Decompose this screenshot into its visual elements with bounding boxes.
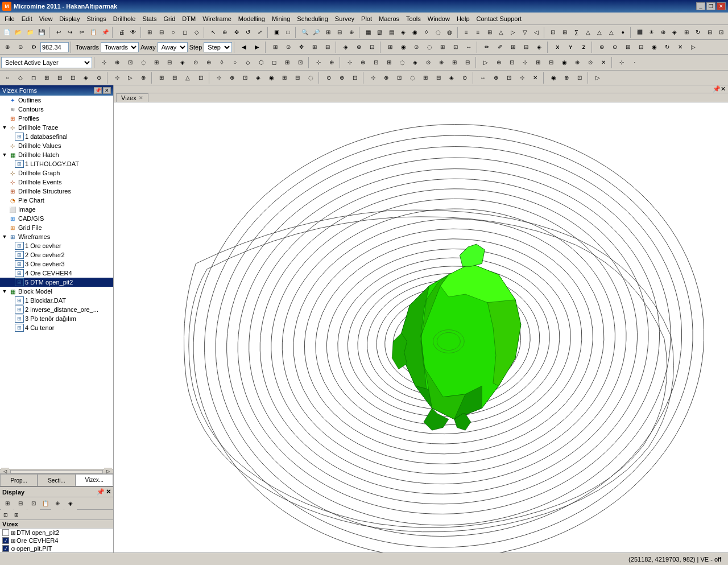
menu-edit[interactable]: Edit [18,14,36,23]
nav-misc-5[interactable]: ⊟ [321,41,334,53]
meas-8[interactable]: ▷ [687,41,700,53]
draw-18[interactable]: ⊕ [325,56,338,69]
draw-35[interactable]: ◉ [558,56,570,69]
r-tool-36[interactable]: ⊕ [490,72,502,84]
open-button[interactable]: 📂 [13,26,24,39]
tool-b[interactable]: ◈ [669,26,680,39]
r-tool-27[interactable]: ⊹ [367,72,379,84]
r-tool-26[interactable]: ⊡ [349,72,361,84]
draw-2[interactable]: ⊕ [111,56,123,69]
draw-39[interactable]: ⊹ [615,56,628,69]
pen-3[interactable]: ⊞ [507,41,519,53]
elevation-input[interactable]: 982.34 [40,42,69,52]
tree-item-db-final[interactable]: ⊞ 1 databasefinal [0,132,113,141]
new-button[interactable]: 📄 [1,26,13,39]
snap-1[interactable]: ◈ [340,41,352,53]
menu-modelling[interactable]: Modelling [235,14,268,23]
away-dropdown[interactable]: Away [158,42,188,52]
view3d-4[interactable]: ◈ [398,26,409,39]
draw-22[interactable]: ⊞ [383,56,395,69]
tree-item-drillhole-trace[interactable]: ▼ ⊹ Drillhole Trace [0,123,113,132]
disp-tb-1[interactable]: ⊞ [1,497,14,510]
draw-31[interactable]: ⊡ [506,56,518,69]
zoom-out[interactable]: 🔎 [311,26,322,39]
print-button[interactable]: 🖨 [116,26,127,39]
tree-item-image[interactable]: ⬜ Image [0,205,113,214]
r-tool-15[interactable]: ⊡ [195,72,207,84]
draw-32[interactable]: ⊹ [519,56,531,69]
checkbox-ore4[interactable] [2,537,9,544]
disp-tb-6[interactable]: ◈ [64,497,77,510]
misc-nav-2[interactable]: ◉ [397,41,410,53]
r-tool-6[interactable]: ⊡ [67,72,79,84]
zoom-in[interactable]: 🔍 [299,26,311,39]
draw-15[interactable]: ⊞ [281,56,293,69]
tree-item-drillhole-events[interactable]: ⊹ Drillhole Events [0,178,113,187]
axis-3[interactable]: Z [577,41,590,53]
menu-view[interactable]: View [36,14,56,23]
draw-28[interactable]: ⊟ [461,56,474,69]
draw-40[interactable]: · [628,56,641,69]
select-btn[interactable]: ▣ [271,26,282,39]
misc-3[interactable]: ⊞ [484,26,495,39]
tree-item-block-model[interactable]: ▼ ▦ Block Model [0,287,113,296]
tool7[interactable]: ⊕ [220,26,231,39]
prev-btn[interactable]: ◀ [238,41,250,53]
cut-button[interactable]: ✂ [76,26,88,39]
draw-19[interactable]: ⊹ [344,56,356,69]
r-tool-31[interactable]: ⊞ [419,72,432,84]
close-button[interactable]: ✕ [717,2,726,10]
menu-display[interactable]: Display [56,14,83,23]
r-tool-4[interactable]: ⊞ [40,72,53,84]
r-tool-5[interactable]: ⊟ [53,72,66,84]
tool3[interactable]: ○ [168,26,179,39]
misc-6[interactable]: ▽ [519,26,531,39]
light-btn[interactable]: ☀ [646,26,657,39]
draw-25[interactable]: ⊙ [422,56,435,69]
menu-mining[interactable]: Mining [268,14,293,23]
snap-3[interactable]: ⊡ [366,41,378,53]
misc-2[interactable]: ≡ [473,26,484,39]
menu-survey[interactable]: Survey [332,14,358,23]
menu-plot[interactable]: Plot [358,14,375,23]
zoom-fit[interactable]: ⊞ [322,26,334,39]
nav-misc-3[interactable]: ✥ [295,41,308,53]
menu-macros[interactable]: Macros [375,14,403,23]
meas-1[interactable]: ⊕ [595,41,608,53]
menu-contact-support[interactable]: Contact Support [473,14,526,23]
r-tool-14[interactable]: △ [181,72,194,84]
menu-dtm[interactable]: DTM [179,14,199,23]
r-tool-22[interactable]: ⊟ [291,72,304,84]
tree-item-ore1[interactable]: ⊞ 1 Ore cevher [0,241,113,250]
draw-36[interactable]: ⊕ [571,56,584,69]
view3d-2[interactable]: ▧ [374,26,386,39]
tool4[interactable]: ◻ [179,26,191,39]
pen-1[interactable]: ✏ [481,41,493,53]
tool-c[interactable]: ⊞ [681,26,692,39]
step-dropdown[interactable]: Step [204,42,232,52]
disp-tb2-2[interactable]: ⊞ [12,510,21,519]
r-tool-9[interactable]: ⊹ [111,72,123,84]
misc-5[interactable]: ▷ [507,26,519,39]
draw-38[interactable]: ✕ [597,56,610,69]
draw-12[interactable]: ◇ [242,56,254,69]
nav-btn-1[interactable]: ⊕ [1,41,14,53]
draw-34[interactable]: ⊟ [545,56,557,69]
draw-27[interactable]: ⊞ [448,56,461,69]
tool-f[interactable]: ⊡ [716,26,727,39]
axis-1[interactable]: X [551,41,564,53]
draw-37[interactable]: ⊙ [584,56,597,69]
r-tool-18[interactable]: ⊡ [239,72,251,84]
view3d-3[interactable]: ▤ [386,26,397,39]
draw-3[interactable]: ⊡ [124,56,136,69]
panel-close-btn[interactable]: ✕ [103,87,111,94]
preview-button[interactable]: 👁 [128,26,139,39]
display-item-dtm[interactable]: ⊞ DTM open_pit2 [0,529,113,537]
draw-29[interactable]: ▷ [479,56,492,69]
save-button[interactable]: 💾 [36,26,48,39]
tool9[interactable]: ↺ [243,26,254,39]
extra-7[interactable]: ♦ [618,26,629,39]
menu-strings[interactable]: Strings [83,14,109,23]
tool5[interactable]: ◇ [191,26,202,39]
draw-21[interactable]: ⊡ [370,56,382,69]
